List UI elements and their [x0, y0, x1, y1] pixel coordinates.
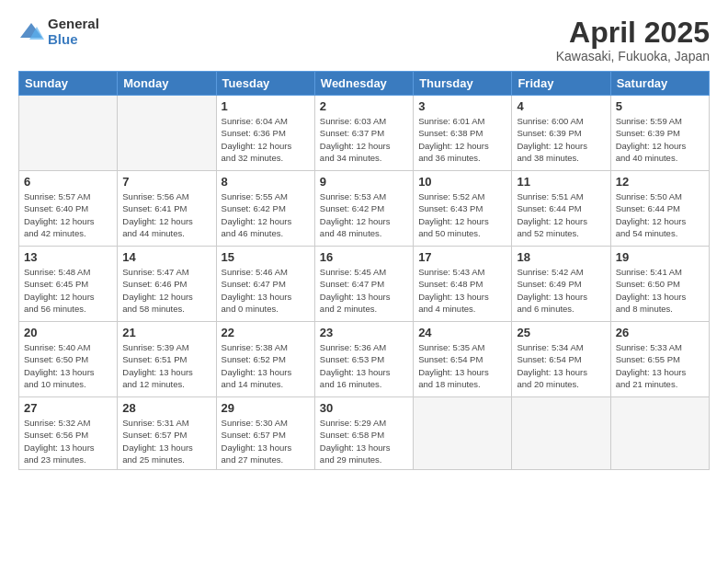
day-info: Sunrise: 5:32 AM Sunset: 6:56 PM Dayligh…: [24, 417, 112, 465]
day-info: Sunrise: 5:35 AM Sunset: 6:54 PM Dayligh…: [418, 341, 506, 390]
day-number: 16: [320, 250, 408, 264]
calendar-cell: 8Sunrise: 5:55 AM Sunset: 6:42 PM Daylig…: [216, 171, 314, 247]
day-info: Sunrise: 5:57 AM Sunset: 6:40 PM Dayligh…: [24, 190, 112, 239]
logo-blue-label: Blue: [48, 32, 99, 48]
calendar-cell: 22Sunrise: 5:38 AM Sunset: 6:52 PM Dayli…: [216, 322, 314, 397]
day-info: Sunrise: 5:36 AM Sunset: 6:53 PM Dayligh…: [320, 341, 408, 390]
day-number: 11: [517, 175, 605, 189]
day-info: Sunrise: 5:42 AM Sunset: 6:49 PM Dayligh…: [517, 266, 605, 315]
subtitle: Kawasaki, Fukuoka, Japan: [556, 49, 710, 63]
day-info: Sunrise: 5:43 AM Sunset: 6:48 PM Dayligh…: [418, 266, 506, 315]
logo: General Blue: [18, 17, 99, 47]
logo-icon: [18, 19, 44, 45]
day-info: Sunrise: 6:01 AM Sunset: 6:38 PM Dayligh…: [418, 115, 506, 164]
main-title: April 2025: [556, 17, 710, 49]
day-info: Sunrise: 6:04 AM Sunset: 6:36 PM Dayligh…: [222, 115, 310, 164]
day-number: 25: [517, 326, 605, 339]
day-info: Sunrise: 5:31 AM Sunset: 6:57 PM Dayligh…: [122, 417, 210, 465]
day-number: 23: [320, 326, 408, 339]
day-number: 27: [24, 401, 112, 415]
weekday-header-wednesday: Wednesday: [314, 72, 413, 96]
calendar-cell: 1Sunrise: 6:04 AM Sunset: 6:36 PM Daylig…: [216, 96, 314, 171]
day-number: 30: [320, 401, 408, 415]
day-info: Sunrise: 5:34 AM Sunset: 6:54 PM Dayligh…: [517, 341, 605, 390]
calendar-cell: 6Sunrise: 5:57 AM Sunset: 6:40 PM Daylig…: [19, 171, 118, 247]
calendar-cell: 13Sunrise: 5:48 AM Sunset: 6:45 PM Dayli…: [19, 247, 118, 322]
calendar-cell: 26Sunrise: 5:33 AM Sunset: 6:55 PM Dayli…: [610, 322, 709, 397]
day-number: 12: [616, 175, 704, 189]
day-number: 10: [418, 175, 506, 189]
weekday-header-saturday: Saturday: [610, 72, 709, 96]
calendar-cell: 28Sunrise: 5:31 AM Sunset: 6:57 PM Dayli…: [118, 397, 216, 470]
day-info: Sunrise: 5:33 AM Sunset: 6:55 PM Dayligh…: [616, 341, 704, 390]
day-info: Sunrise: 5:45 AM Sunset: 6:47 PM Dayligh…: [320, 266, 408, 315]
calendar-cell: 16Sunrise: 5:45 AM Sunset: 6:47 PM Dayli…: [314, 247, 413, 322]
day-info: Sunrise: 5:41 AM Sunset: 6:50 PM Dayligh…: [616, 266, 704, 315]
day-number: 20: [24, 326, 112, 339]
day-info: Sunrise: 5:47 AM Sunset: 6:46 PM Dayligh…: [122, 266, 210, 315]
day-number: 17: [418, 250, 506, 264]
day-info: Sunrise: 6:03 AM Sunset: 6:37 PM Dayligh…: [320, 115, 408, 164]
day-number: 14: [122, 250, 210, 264]
calendar-cell: 2Sunrise: 6:03 AM Sunset: 6:37 PM Daylig…: [314, 96, 413, 171]
week-row-2: 6Sunrise: 5:57 AM Sunset: 6:40 PM Daylig…: [19, 171, 710, 247]
calendar-cell: 25Sunrise: 5:34 AM Sunset: 6:54 PM Dayli…: [512, 322, 610, 397]
page: General Blue April 2025 Kawasaki, Fukuok…: [0, 0, 728, 563]
day-info: Sunrise: 5:51 AM Sunset: 6:44 PM Dayligh…: [517, 190, 605, 239]
week-row-1: 1Sunrise: 6:04 AM Sunset: 6:36 PM Daylig…: [19, 96, 710, 171]
day-number: 26: [616, 326, 704, 339]
calendar-cell: 24Sunrise: 5:35 AM Sunset: 6:54 PM Dayli…: [414, 322, 512, 397]
calendar-cell: [610, 397, 709, 470]
day-number: 5: [616, 99, 704, 113]
day-info: Sunrise: 5:30 AM Sunset: 6:57 PM Dayligh…: [222, 417, 310, 465]
logo-text: General Blue: [48, 17, 99, 47]
weekday-header-tuesday: Tuesday: [216, 72, 314, 96]
day-info: Sunrise: 5:29 AM Sunset: 6:58 PM Dayligh…: [320, 417, 408, 465]
day-number: 9: [320, 175, 408, 189]
calendar-cell: 20Sunrise: 5:40 AM Sunset: 6:50 PM Dayli…: [19, 322, 118, 397]
calendar-cell: 10Sunrise: 5:52 AM Sunset: 6:43 PM Dayli…: [414, 171, 512, 247]
day-info: Sunrise: 5:39 AM Sunset: 6:51 PM Dayligh…: [122, 341, 210, 390]
day-number: 1: [222, 99, 310, 113]
day-number: 28: [122, 401, 210, 415]
day-number: 29: [222, 401, 310, 415]
day-number: 19: [616, 250, 704, 264]
header: General Blue April 2025 Kawasaki, Fukuok…: [18, 17, 710, 63]
calendar-cell: 17Sunrise: 5:43 AM Sunset: 6:48 PM Dayli…: [414, 247, 512, 322]
day-number: 3: [418, 99, 506, 113]
day-info: Sunrise: 5:59 AM Sunset: 6:39 PM Dayligh…: [616, 115, 704, 164]
calendar: SundayMondayTuesdayWednesdayThursdayFrid…: [18, 71, 710, 470]
day-info: Sunrise: 5:56 AM Sunset: 6:41 PM Dayligh…: [122, 190, 210, 239]
logo-general-label: General: [48, 17, 99, 32]
day-info: Sunrise: 5:55 AM Sunset: 6:42 PM Dayligh…: [222, 190, 310, 239]
day-number: 4: [517, 99, 605, 113]
day-number: 18: [517, 250, 605, 264]
calendar-cell: [118, 96, 216, 171]
calendar-cell: 23Sunrise: 5:36 AM Sunset: 6:53 PM Dayli…: [314, 322, 413, 397]
calendar-cell: 18Sunrise: 5:42 AM Sunset: 6:49 PM Dayli…: [512, 247, 610, 322]
day-number: 24: [418, 326, 506, 339]
day-number: 8: [222, 175, 310, 189]
day-info: Sunrise: 5:48 AM Sunset: 6:45 PM Dayligh…: [24, 266, 112, 315]
day-number: 15: [222, 250, 310, 264]
calendar-cell: [414, 397, 512, 470]
day-info: Sunrise: 5:40 AM Sunset: 6:50 PM Dayligh…: [24, 341, 112, 390]
title-block: April 2025 Kawasaki, Fukuoka, Japan: [556, 17, 710, 63]
calendar-cell: 19Sunrise: 5:41 AM Sunset: 6:50 PM Dayli…: [610, 247, 709, 322]
day-number: 7: [122, 175, 210, 189]
calendar-cell: 21Sunrise: 5:39 AM Sunset: 6:51 PM Dayli…: [118, 322, 216, 397]
calendar-cell: 3Sunrise: 6:01 AM Sunset: 6:38 PM Daylig…: [414, 96, 512, 171]
calendar-cell: 7Sunrise: 5:56 AM Sunset: 6:41 PM Daylig…: [118, 171, 216, 247]
calendar-cell: 14Sunrise: 5:47 AM Sunset: 6:46 PM Dayli…: [118, 247, 216, 322]
calendar-cell: 30Sunrise: 5:29 AM Sunset: 6:58 PM Dayli…: [314, 397, 413, 470]
day-number: 13: [24, 250, 112, 264]
day-info: Sunrise: 5:46 AM Sunset: 6:47 PM Dayligh…: [222, 266, 310, 315]
calendar-cell: [512, 397, 610, 470]
calendar-cell: [19, 96, 118, 171]
week-row-3: 13Sunrise: 5:48 AM Sunset: 6:45 PM Dayli…: [19, 247, 710, 322]
weekday-header-row: SundayMondayTuesdayWednesdayThursdayFrid…: [19, 72, 710, 96]
day-number: 2: [320, 99, 408, 113]
weekday-header-sunday: Sunday: [19, 72, 118, 96]
calendar-cell: 29Sunrise: 5:30 AM Sunset: 6:57 PM Dayli…: [216, 397, 314, 470]
day-number: 22: [222, 326, 310, 339]
